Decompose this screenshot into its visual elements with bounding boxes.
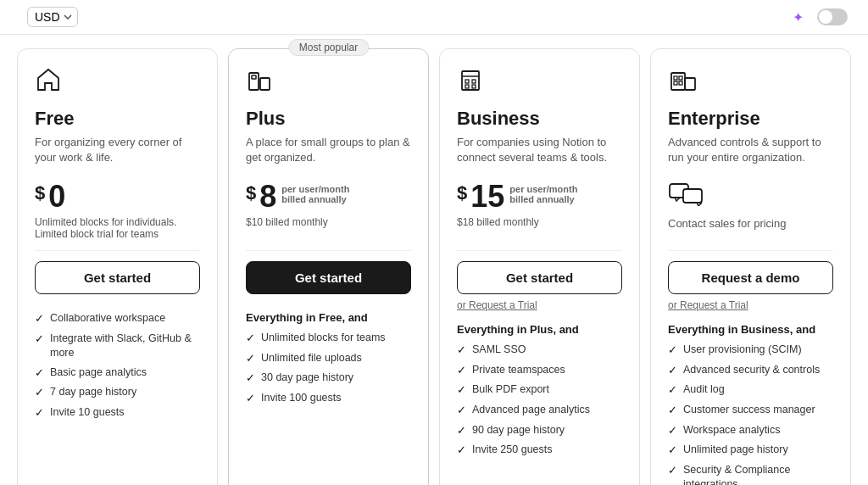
feature-text: Invite 250 guests — [472, 443, 553, 457]
notion-ai-sparkle-icon: ✦ — [793, 9, 804, 25]
plan-desc: For companies using Notion to connect se… — [457, 135, 622, 165]
svg-rect-13 — [674, 81, 677, 85]
feature-text: 30 day page history — [261, 371, 353, 385]
feature-item: ✓ Security & Compliance integrations — [668, 463, 833, 485]
features-header: Everything in Plus, and — [457, 323, 622, 336]
feature-text: Invite 100 guests — [261, 391, 342, 405]
feature-item: ✓ User provisioning (SCIM) — [668, 343, 833, 358]
feature-text: SAML SSO — [472, 343, 526, 357]
check-icon: ✓ — [246, 351, 255, 366]
check-icon: ✓ — [668, 423, 677, 438]
price-amount: 15 — [470, 179, 504, 215]
check-icon: ✓ — [668, 382, 677, 398]
feature-text: Integrate with Slack, GitHub & more — [50, 332, 200, 360]
price-block-business: $ 15 per user/month billed annually $18 … — [457, 179, 622, 240]
price-sub: $10 billed monthly — [246, 216, 411, 228]
plan-icon-business — [457, 66, 622, 99]
feature-item: ✓ Unlimited file uploads — [246, 351, 411, 366]
check-icon: ✓ — [457, 403, 466, 418]
check-icon: ✓ — [457, 423, 466, 438]
plan-name: Enterprise — [668, 108, 833, 130]
check-icon: ✓ — [246, 371, 255, 386]
cta-button-enterprise[interactable]: Request a demo — [668, 261, 833, 294]
feature-item: ✓ Workspace analytics — [668, 423, 833, 438]
svg-rect-5 — [465, 80, 469, 83]
price-meta: per user/month billed annually — [281, 184, 349, 204]
plan-desc: A place for small groups to plan & get o… — [246, 135, 411, 165]
plan-name: Free — [35, 108, 200, 130]
price-per-user: per user/month — [281, 184, 349, 194]
plan-card-free: Free For organizing every corner of your… — [17, 48, 218, 485]
price-sub: Unlimited blocks for individuals. Limite… — [35, 216, 200, 240]
feature-text: Private teamspaces — [472, 363, 565, 377]
check-icon: ✓ — [246, 331, 255, 346]
feature-item: ✓ Bulk PDF export — [457, 382, 622, 398]
check-icon: ✓ — [35, 332, 44, 347]
check-icon: ✓ — [35, 311, 44, 326]
feature-item: ✓ Collaborative workspace — [35, 311, 200, 326]
plan-name: Plus — [246, 108, 411, 130]
feature-text: Unlimited page history — [683, 443, 788, 457]
feature-text: Customer success manager — [683, 403, 815, 417]
plans-container: Free For organizing every corner of your… — [0, 35, 868, 485]
check-icon: ✓ — [668, 403, 677, 418]
feature-text: Collaborative workspace — [50, 311, 165, 326]
price-billed-annually: billed annually — [281, 194, 349, 204]
price-meta: per user/month billed annually — [509, 184, 577, 204]
features-section: ✓ Collaborative workspace ✓ Integrate wi… — [35, 311, 200, 420]
divider — [35, 250, 200, 251]
cta-button-free[interactable]: Get started — [35, 261, 200, 294]
price-in-section: USDEURGBPJPY — [20, 7, 78, 27]
feature-item: ✓ 7 day page history — [35, 385, 200, 400]
plan-icon-plus — [246, 66, 411, 99]
check-icon: ✓ — [668, 443, 677, 458]
plan-desc: Advanced controls & support to run your … — [668, 135, 833, 165]
feature-text: Workspace analytics — [683, 423, 780, 438]
price-block-free: $ 0 Unlimited blocks for individuals. Li… — [35, 179, 200, 240]
check-icon: ✓ — [35, 385, 44, 400]
feature-item: ✓ Unlimited page history — [668, 443, 833, 458]
feature-item: ✓ Advanced page analytics — [457, 403, 622, 418]
price-billed-annually: billed annually — [509, 194, 577, 204]
feature-text: Unlimited file uploads — [261, 351, 362, 365]
svg-rect-1 — [260, 78, 270, 90]
price-amount: 0 — [48, 179, 65, 215]
svg-rect-14 — [679, 81, 682, 85]
cta-button-business[interactable]: Get started — [457, 261, 622, 294]
notion-ai-toggle[interactable] — [817, 8, 848, 25]
features-section: Everything in Plus, and ✓ SAML SSO ✓ Pri… — [457, 323, 622, 457]
feature-item: ✓ Invite 100 guests — [246, 391, 411, 406]
cta-button-plus[interactable]: Get started — [246, 261, 411, 294]
price-main: $ 15 per user/month billed annually — [457, 179, 622, 215]
currency-select[interactable]: USDEURGBPJPY — [27, 7, 78, 27]
feature-item: ✓ Invite 250 guests — [457, 443, 622, 458]
request-trial-link[interactable]: or Request a Trial — [457, 299, 622, 311]
feature-text: 90 day page history — [472, 423, 565, 438]
svg-rect-6 — [472, 80, 476, 83]
plan-card-enterprise: Enterprise Advanced controls & support t… — [650, 48, 851, 485]
feature-item: ✓ Audit log — [668, 382, 833, 398]
svg-rect-16 — [683, 189, 702, 203]
check-icon: ✓ — [668, 343, 677, 358]
price-symbol: $ — [246, 182, 256, 204]
price-block-enterprise: Contact sales for pricing — [668, 179, 833, 240]
feature-item: ✓ 90 day page history — [457, 423, 622, 438]
svg-rect-2 — [252, 75, 256, 79]
features-header: Everything in Free, and — [246, 311, 411, 324]
feature-text: Security & Compliance integrations — [683, 463, 833, 485]
request-trial-link[interactable]: or Request a Trial — [668, 299, 833, 311]
feature-text: Bulk PDF export — [472, 382, 549, 397]
feature-item: ✓ 30 day page history — [246, 371, 411, 386]
svg-rect-12 — [679, 76, 682, 80]
svg-rect-10 — [685, 78, 695, 90]
feature-item: ✓ Advanced security & controls — [668, 363, 833, 378]
features-section: Everything in Free, and ✓ Unlimited bloc… — [246, 311, 411, 405]
feature-item: ✓ Customer success manager — [668, 403, 833, 418]
svg-rect-7 — [465, 85, 469, 88]
check-icon: ✓ — [246, 391, 255, 406]
check-icon: ✓ — [35, 405, 44, 421]
divider — [668, 250, 833, 251]
feature-item: ✓ Invite 10 guests — [35, 405, 200, 421]
check-icon: ✓ — [457, 382, 466, 398]
feature-item: ✓ Unlimited blocks for teams — [246, 331, 411, 346]
